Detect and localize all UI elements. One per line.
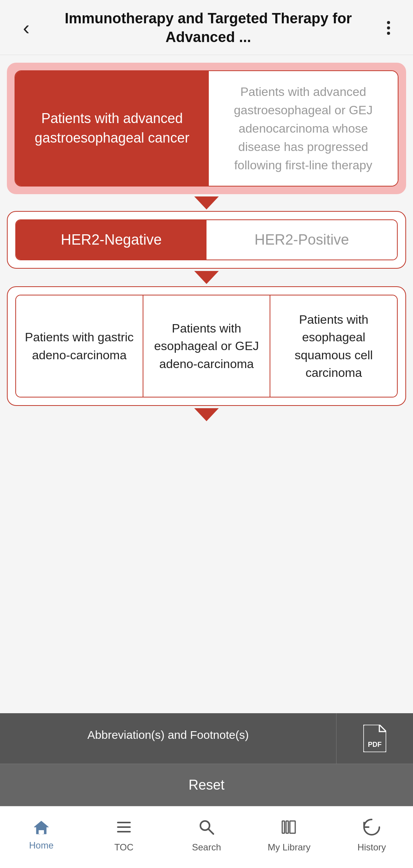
section3-col2-text: Patients with esophageal or GEJ adeno-ca… <box>151 320 262 373</box>
section3-card: Patients with gastric adeno-carcinoma Pa… <box>7 286 406 406</box>
arrow-connector-3 <box>7 406 406 423</box>
section2-right[interactable]: HER2-Positive <box>206 220 397 260</box>
her2-positive-label: HER2-Positive <box>254 232 349 248</box>
svg-rect-9 <box>290 821 295 833</box>
nav-toc[interactable]: TOC <box>83 814 165 857</box>
arrow-connector-1 <box>7 194 406 212</box>
her2-negative-label: HER2-Negative <box>61 232 162 248</box>
reset-button[interactable]: Reset <box>0 764 413 806</box>
section3-col1[interactable]: Patients with gastric adeno-carcinoma <box>16 295 143 397</box>
section2-card: HER2-Negative HER2-Positive <box>7 211 406 269</box>
pdf-icon: PDF <box>363 725 386 752</box>
section3-col3[interactable]: Patients with esophageal squamous cell c… <box>270 295 397 397</box>
page-title: Immunotherapy and Targeted Therapy for A… <box>37 9 379 47</box>
section1-right-text: Patients with advanced gastroesophageal … <box>218 83 389 174</box>
nav-library[interactable]: My Library <box>248 814 330 857</box>
nav-history-label: History <box>358 842 386 853</box>
spacer <box>7 423 406 706</box>
abbreviations-label: Abbreviation(s) and Footnote(s) <box>88 728 249 741</box>
main-content: Patients with advanced gastroesophageal … <box>0 55 413 713</box>
reset-label: Reset <box>189 777 224 793</box>
history-icon <box>363 818 381 839</box>
svg-line-6 <box>209 829 213 834</box>
section3-col1-text: Patients with gastric adeno-carcinoma <box>24 328 135 364</box>
back-button[interactable]: ‹ <box>23 18 29 38</box>
svg-rect-1 <box>39 830 44 834</box>
abbreviations-button[interactable]: Abbreviation(s) and Footnote(s) <box>0 713 337 764</box>
chevron-down-icon-3 <box>194 408 219 421</box>
section1-left-text: Patients with advanced gastroesophageal … <box>27 109 197 148</box>
nav-history[interactable]: History <box>330 814 413 857</box>
section2-left[interactable]: HER2-Negative <box>16 220 206 260</box>
section2-her2: HER2-Negative HER2-Positive <box>15 219 398 260</box>
nav-home[interactable]: Home <box>0 814 83 857</box>
nav-toc-label: TOC <box>114 842 133 853</box>
section3-col2[interactable]: Patients with esophageal or GEJ adeno-ca… <box>143 295 271 397</box>
arrow-connector-2 <box>7 269 406 286</box>
chevron-down-icon-1 <box>194 196 219 209</box>
bottom-navigation: Home TOC Search <box>0 806 413 868</box>
section1-card: Patients with advanced gastroesophageal … <box>7 63 406 194</box>
bottom-action-bar: Abbreviation(s) and Footnote(s) PDF <box>0 713 413 764</box>
pdf-button[interactable]: PDF <box>337 713 413 764</box>
section3-inner: Patients with gastric adeno-carcinoma Pa… <box>15 295 398 398</box>
menu-button[interactable] <box>387 21 390 35</box>
library-icon <box>280 818 298 839</box>
app-header: ‹ Immunotherapy and Targeted Therapy for… <box>0 0 413 55</box>
nav-home-label: Home <box>29 840 54 851</box>
section1-split: Patients with advanced gastroesophageal … <box>15 70 398 187</box>
svg-text:PDF: PDF <box>368 741 382 748</box>
search-icon <box>197 818 216 839</box>
section3-col3-text: Patients with esophageal squamous cell c… <box>278 311 389 382</box>
nav-search[interactable]: Search <box>165 814 248 857</box>
svg-rect-8 <box>286 821 288 833</box>
svg-point-5 <box>200 821 210 830</box>
nav-library-label: My Library <box>268 842 311 853</box>
chevron-down-icon-2 <box>194 271 219 284</box>
toc-icon <box>115 818 133 839</box>
svg-rect-7 <box>282 821 285 833</box>
section1-left[interactable]: Patients with advanced gastroesophageal … <box>15 71 209 186</box>
pdf-file-icon: PDF <box>363 725 386 752</box>
nav-search-label: Search <box>192 842 221 853</box>
home-icon <box>32 818 51 837</box>
section1-right[interactable]: Patients with advanced gastroesophageal … <box>209 71 398 186</box>
